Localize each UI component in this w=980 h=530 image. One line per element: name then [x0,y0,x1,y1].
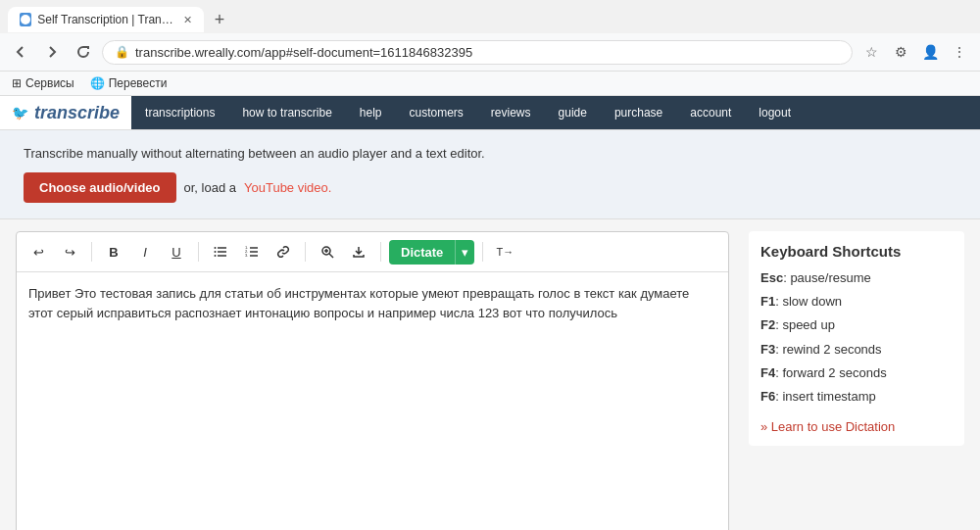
shortcut-f1: F1: slow down [760,293,953,311]
browser-chrome: Self Transcription | Transcribe ✕ + 🔒 tr… [0,0,980,96]
shortcuts-box: Keyboard Shortcuts Esc: pause/resume F1:… [749,231,964,446]
shortcut-f6: F6: insert timestamp [760,388,953,406]
link-button[interactable] [270,238,297,265]
nav-guide[interactable]: guide [545,96,601,129]
browser-tab[interactable]: Self Transcription | Transcribe ✕ [8,7,204,32]
dictate-dropdown-button[interactable]: ▾ [455,240,474,265]
svg-text:3.: 3. [245,253,248,258]
svg-point-4 [215,247,217,249]
bookmarks-bar: ⊞ Сервисы 🌐 Перевести [0,72,980,96]
shortcut-esc: Esc: pause/resume [760,269,953,287]
back-button[interactable] [8,39,33,65]
refresh-button[interactable] [71,39,96,65]
underline-button[interactable]: U [163,238,190,265]
svg-point-6 [215,255,217,257]
dictate-btn-group: Dictate ▾ [389,240,474,265]
bookmark-apps[interactable]: ⊞ Сервисы [8,74,78,92]
editor-toolbar: ↩ ↪ B I U 1.2.3. [17,232,728,272]
bookmark-label: Сервисы [25,76,74,90]
url-text: transcribe.wreally.com/app#self-document… [135,45,472,60]
italic-button[interactable]: I [131,238,159,265]
svg-point-5 [215,251,217,253]
learn-dictation-link[interactable]: » Learn to use Dictation [760,419,953,434]
profile-icon[interactable]: 👤 [917,39,943,65]
bullet-list-button[interactable] [207,238,234,265]
bookmark-star-icon[interactable]: ☆ [858,39,884,65]
shortcut-f3: F3: rewind 2 seconds [760,341,953,359]
separator [305,242,306,262]
separator [198,242,199,262]
redo-button[interactable]: ↪ [56,238,83,265]
shortcuts-title: Keyboard Shortcuts [760,243,953,260]
bookmark-translate[interactable]: 🌐 Перевести [86,74,172,92]
nav-help[interactable]: help [346,96,396,129]
choose-audio-button[interactable]: Choose audio/video [24,172,176,203]
address-bar[interactable]: 🔒 transcribe.wreally.com/app#self-docume… [102,40,853,65]
translate-icon: 🌐 [90,76,105,90]
nav-how-to[interactable]: how to transcribe [228,96,345,129]
browser-title-bar: Self Transcription | Transcribe ✕ + [0,0,980,33]
or-text: or, load a [184,180,237,195]
tab-title: Self Transcription | Transcribe [37,13,173,26]
tab-favicon [20,13,31,26]
undo-button[interactable]: ↩ [24,238,52,265]
youtube-link[interactable]: YouTube video. [244,180,331,195]
download-button[interactable] [345,238,372,265]
hero-text: Transcribe manually without alternating … [24,146,956,161]
separator [380,242,381,262]
site-logo: 🐦 transcribe [0,103,131,123]
text-format-button[interactable]: T→ [491,238,518,265]
logo-bird-icon: 🐦 [12,105,28,120]
new-tab-button[interactable]: + [206,6,233,33]
page-content: 🐦 transcribe transcriptions how to trans… [0,96,980,530]
site-header: 🐦 transcribe transcriptions how to trans… [0,96,980,130]
forward-button[interactable] [39,39,65,65]
extensions-icon[interactable]: ⚙ [888,39,913,65]
shortcut-f4: F4: forward 2 seconds [760,364,953,382]
logo-text: transcribe [34,103,120,123]
nav-account[interactable]: account [676,96,745,129]
lock-icon: 🔒 [115,45,129,59]
bookmark-label: Перевести [109,76,168,90]
editor-textarea[interactable]: Привет Это тестовая запись для статьи об… [17,272,728,530]
sidebar: Keyboard Shortcuts Esc: pause/resume F1:… [749,231,964,530]
shortcut-f2: F2: speed up [760,316,953,334]
editor-container: ↩ ↪ B I U 1.2.3. [16,231,729,530]
main-content: ↩ ↪ B I U 1.2.3. [0,219,980,530]
browser-nav: 🔒 transcribe.wreally.com/app#self-docume… [0,33,980,72]
ordered-list-button[interactable]: 1.2.3. [238,238,266,265]
more-options-icon[interactable]: ⋮ [947,39,972,65]
browser-actions: ☆ ⚙ 👤 ⋮ [858,39,972,65]
apps-icon: ⊞ [12,76,22,90]
separator [91,242,92,262]
zoom-button[interactable] [314,238,341,265]
hero-banner: Transcribe manually without alternating … [0,130,980,219]
nav-logout[interactable]: logout [745,96,805,129]
svg-point-0 [21,15,30,24]
nav-purchase[interactable]: purchase [601,96,676,129]
nav-customers[interactable]: customers [396,96,477,129]
nav-reviews[interactable]: reviews [477,96,545,129]
bold-button[interactable]: B [100,238,127,265]
tab-close-button[interactable]: ✕ [183,14,192,26]
main-nav: transcriptions how to transcribe help cu… [131,96,980,129]
dictate-button[interactable]: Dictate [389,240,455,265]
nav-transcriptions[interactable]: transcriptions [131,96,228,129]
svg-line-14 [329,254,333,258]
separator [482,242,483,262]
